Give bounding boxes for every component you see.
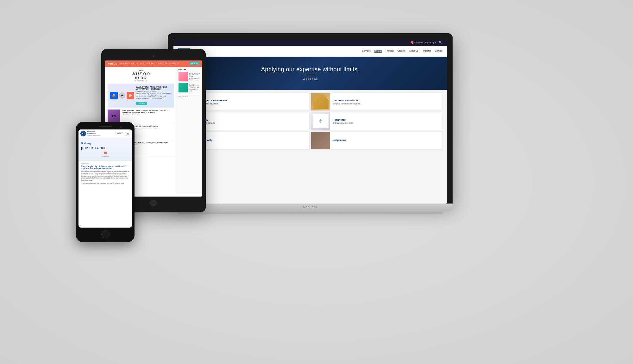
sector-info-healthcare: Healthcare Improving patient care.: [330, 116, 442, 126]
colliers-website: 🇨🇦 Canada (English) ▾ 🔍 Colliers: [173, 39, 447, 204]
iog-language-toggle[interactable]: FR: [125, 132, 130, 135]
wufoo-header: wufoo FEATURES TEMPLATE DEMO PRICING INT…: [105, 60, 202, 67]
sector-desc-federal: Shaping Canada.: [199, 122, 307, 124]
sidebar-text-2: 3 FORM TEMPLATES FOR CONTRACTORS (AND HO…: [189, 84, 200, 92]
wufoo-nav-demo: DEMO: [141, 63, 145, 65]
sidebar-divider: [179, 94, 200, 94]
colliers-hero: Applying our expertise without limits. W…: [173, 57, 447, 90]
tablet-home-button[interactable]: [150, 200, 157, 206]
sector-img-indigenous: [311, 132, 330, 149]
wufoo-w-icon: W: [127, 92, 134, 99]
sector-title-federal: Federal: [199, 118, 307, 121]
sector-title-colleges: Colleges & Universities: [199, 99, 307, 102]
iog-menu-button[interactable]: = Menu: [116, 132, 123, 135]
sidebar-see-culture: SEE A CULTURE...: [179, 96, 200, 97]
scroll-dot: [104, 152, 107, 154]
article-title: The complexity of Governance is difficul…: [81, 165, 129, 170]
phone-camera: [120, 126, 122, 128]
nav-services[interactable]: Services: [362, 50, 371, 53]
sector-desc-culture: Bringing communities together.: [333, 103, 440, 105]
sector-card-indigenous[interactable]: Indigenous: [311, 132, 442, 149]
blog-title-subtitle: by SurveyMonkey: [108, 80, 174, 82]
colliers-nav-links: Services Sectors Projects Careers About …: [362, 50, 442, 53]
sector-title-indigenous: Indigenous: [333, 139, 440, 141]
nav-sectors[interactable]: Sectors: [374, 50, 382, 53]
phone: IG Institute on Governance Institut sur …: [76, 122, 135, 242]
sector-info-hospitality: Hospitality: [197, 137, 309, 144]
scene: 🇨🇦 Canada (English) ▾ 🔍 Colliers: [32, 24, 601, 340]
sidebar-item-2: 3 FORM TEMPLATES FOR CONTRACTORS (AND HO…: [179, 83, 200, 92]
article-body-2: Governance determines who has power, who…: [81, 183, 129, 185]
phone-screen: IG Institute on Governance Institut sur …: [78, 129, 132, 228]
iog-hero: Defining gov·ern·ance Scroll Down: [78, 138, 132, 161]
sidebar-thumb-2: [179, 83, 188, 92]
nav-contact[interactable]: Contact: [435, 50, 442, 53]
wufoo-logo: wufoo: [108, 62, 118, 65]
sector-img-culture: [311, 93, 330, 110]
laptop-screen-outer: 🇨🇦 Canada (English) ▾ 🔍 Colliers: [168, 33, 453, 204]
blog-title-prefix: THE: [108, 69, 174, 72]
laptop: 🇨🇦 Canada (English) ▾ 🔍 Colliers: [168, 33, 453, 214]
iog-logo-icon: IG: [80, 131, 86, 136]
sidebar-popular-label: POPULAR: [179, 68, 200, 70]
wufoo-nav-items: FEATURES TEMPLATE DEMO PRICING INTEGRATI…: [120, 63, 187, 65]
laptop-screen: 🇨🇦 Canada (English) ▾ 🔍 Colliers: [173, 39, 447, 204]
wufoo-nav-template: TEMPLATE: [130, 63, 139, 65]
colliers-sectors: Colleges & Universities Advancing educat…: [173, 90, 447, 204]
featured-author: by Ahmad Bajoua | wufoo.com: [136, 91, 172, 93]
topbar-flag: 🇨🇦 Canada (English) ▾: [411, 41, 436, 44]
laptop-foot: [177, 210, 443, 214]
hero-divider: [305, 75, 315, 75]
article-meta-1: by Nicole Nguyen | Tips & Tricks: [122, 114, 174, 116]
iog-logo-text: Institute on Governance Institut sur la …: [87, 131, 100, 136]
scroll-indicator: [81, 152, 129, 154]
blog-title-brand: WUFOO: [108, 72, 174, 76]
scroll-down-label: Scroll Down: [81, 156, 129, 157]
sector-info-culture: Culture & Recreation Bringing communitie…: [330, 97, 442, 107]
iog-website: IG Institute on Governance Institut sur …: [78, 129, 132, 228]
iog-logo-fr: Institut sur la gouvernance: [87, 135, 100, 136]
phone-home-button[interactable]: [101, 230, 110, 238]
article-thumb-1: ✉: [108, 110, 120, 122]
phone-speaker: [99, 126, 112, 127]
sector-card-culture[interactable]: Culture & Recreation Bringing communitie…: [311, 93, 442, 110]
sectors-grid: Colleges & Universities Advancing educat…: [178, 93, 442, 149]
dropbox-icon: 📦: [110, 92, 118, 99]
read-more-button[interactable]: READ MORE: [136, 102, 147, 105]
sector-card-healthcare[interactable]: Healthcare Improving patient care.: [311, 112, 442, 130]
nav-projects[interactable]: Projects: [385, 50, 393, 53]
wufoo-signup-button[interactable]: SIGN UP: [190, 62, 199, 65]
wufoo-featured-post: 📦 ⇄ W SAVE, STORE, AND SHARE FILES WITH …: [108, 84, 174, 108]
sector-title-healthcare: Healthcare: [333, 118, 440, 121]
phone-outer: IG Institute on Governance Institut sur …: [76, 122, 135, 242]
featured-icons: 📦 ⇄ W: [110, 86, 134, 105]
sidebar-thumb-1: [179, 72, 188, 81]
iog-header: IG Institute on Governance Institut sur …: [78, 129, 132, 138]
featured-desc: Today's a deal day for Wufoo to File Man…: [136, 93, 172, 99]
sidebar-item-1: 90+ WAYS TO USE YOUR WUFOO FORMS, ACCORD…: [179, 72, 200, 81]
hero-subtitle: We do it all.: [180, 77, 441, 80]
nav-careers[interactable]: Careers: [398, 50, 405, 53]
defining-label: Defining: [81, 142, 129, 145]
article-body: The need for governance exists anytime a…: [81, 171, 129, 182]
hero-title: Applying our expertise without limits.: [180, 66, 441, 73]
read-time: 2 minute read: [81, 163, 129, 164]
wufoo-nav-integrations: INTEGRATIONS: [156, 63, 167, 65]
featured-title: SAVE, STORE, AND SHARE FILES WITH WUFOO …: [136, 86, 172, 90]
nav-insights[interactable]: Insights: [423, 50, 431, 53]
wufoo-sidebar: POPULAR 90+ WAYS TO USE YOUR WUFOO FORMS…: [177, 67, 202, 194]
nav-about[interactable]: About Us ›: [409, 50, 420, 53]
blog-title-suffix: BLOG: [108, 76, 174, 80]
sector-title-culture: Culture & Recreation: [333, 99, 440, 102]
article-content-1: WUFOO + MAILCHIMP: 3 EMAIL MARKETING TRI…: [122, 110, 174, 122]
wufoo-nav-resources: RESOURCES: [169, 63, 179, 65]
sector-info-indigenous: Indigenous: [330, 137, 442, 144]
iog-article: 2 minute read The complexity of Governan…: [78, 161, 132, 186]
sync-icon: ⇄: [119, 92, 125, 99]
wufoo-nav-pricing: PRICING: [147, 63, 154, 65]
governance-word: gov·ern·ance: [81, 145, 129, 150]
sidebar-text-1: 90+ WAYS TO USE YOUR WUFOO FORMS, ACCORD…: [189, 72, 200, 81]
sector-info-federal: Federal Shaping Canada.: [197, 116, 309, 126]
sector-info-colleges: Colleges & Universities Advancing educat…: [197, 97, 309, 107]
laptop-base: [168, 204, 453, 210]
